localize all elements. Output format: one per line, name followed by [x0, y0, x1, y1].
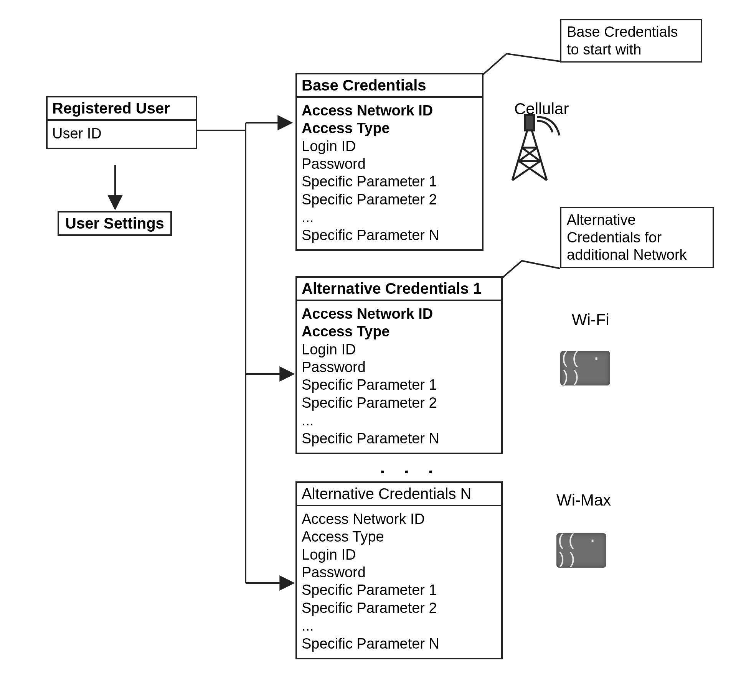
label-cellular: Cellular — [514, 100, 569, 118]
altn-title: Alternative Credentials N — [297, 483, 501, 506]
wifi-icon: (( · )) — [560, 351, 610, 385]
altn-login-id: Login ID — [302, 546, 497, 563]
alt-credentials-1-box: Alternative Credentials 1 Access Network… — [295, 276, 503, 454]
user-settings-box: User Settings — [58, 211, 172, 236]
alt1-param-dots: ... — [302, 412, 497, 429]
svg-line-1 — [530, 123, 547, 180]
svg-line-4 — [519, 148, 537, 161]
alt1-password: Password — [302, 358, 497, 376]
registered-user-box: Registered User User ID — [46, 96, 197, 149]
annotation-alt-line3: additional Network — [567, 246, 707, 264]
base-param-2: Specific Parameter 2 — [302, 191, 477, 208]
base-access-network-id: Access Network ID — [302, 102, 477, 119]
wimax-icon: (( · )) — [556, 533, 606, 568]
alt1-title: Alternative Credentials 1 — [297, 278, 501, 301]
annotation-alt: Alternative Credentials for additional N… — [560, 207, 714, 268]
base-login-id: Login ID — [302, 137, 477, 155]
alt1-param-n: Specific Parameter N — [302, 430, 497, 447]
registered-user-field: User ID — [52, 125, 191, 142]
annotation-base-line2: to start with — [567, 41, 696, 59]
label-wifi: Wi-Fi — [572, 311, 609, 329]
alt1-body: Access Network ID Access Type Login ID P… — [297, 301, 501, 453]
annotation-alt-line1: Alternative — [567, 211, 707, 229]
alt1-param-2: Specific Parameter 2 — [302, 394, 497, 412]
alt-credentials-n-box: Alternative Credentials N Access Network… — [295, 481, 503, 659]
base-credentials-box: Base Credentials Access Network ID Acces… — [295, 73, 484, 251]
altn-param-dots: ... — [302, 617, 497, 634]
altn-access-type: Access Type — [302, 528, 497, 545]
alt1-access-network-id: Access Network ID — [302, 305, 497, 323]
registered-user-body: User ID — [48, 121, 196, 148]
alt1-access-type: Access Type — [302, 323, 497, 340]
svg-line-0 — [512, 123, 530, 180]
base-password: Password — [302, 155, 477, 173]
base-param-dots: ... — [302, 208, 477, 226]
altn-param-n: Specific Parameter N — [302, 635, 497, 652]
base-param-1: Specific Parameter 1 — [302, 173, 477, 190]
altn-param-2: Specific Parameter 2 — [302, 599, 497, 617]
base-access-type: Access Type — [302, 119, 477, 137]
alt1-param-1: Specific Parameter 1 — [302, 376, 497, 394]
base-credentials-title: Base Credentials — [297, 74, 482, 98]
altn-param-1: Specific Parameter 1 — [302, 581, 497, 599]
label-wimax: Wi-Max — [556, 491, 611, 509]
svg-line-5 — [522, 148, 540, 161]
svg-line-7 — [519, 161, 547, 180]
annotation-alt-line2: Credentials for — [567, 229, 707, 247]
diagram-stage: Registered User User ID User Settings Ba… — [0, 0, 736, 700]
registered-user-title: Registered User — [48, 97, 196, 121]
alt1-login-id: Login ID — [302, 341, 497, 358]
svg-line-6 — [512, 161, 540, 180]
base-credentials-body: Access Network ID Access Type Login ID P… — [297, 98, 482, 249]
base-param-n: Specific Parameter N — [302, 226, 477, 244]
ellipsis-between: . . . — [380, 456, 440, 478]
altn-access-network-id: Access Network ID — [302, 510, 497, 528]
altn-body: Access Network ID Access Type Login ID P… — [297, 506, 501, 658]
altn-password: Password — [302, 563, 497, 581]
annotation-base-line1: Base Credentials — [567, 23, 696, 41]
user-settings-label: User Settings — [65, 215, 164, 232]
annotation-base: Base Credentials to start with — [560, 19, 702, 63]
